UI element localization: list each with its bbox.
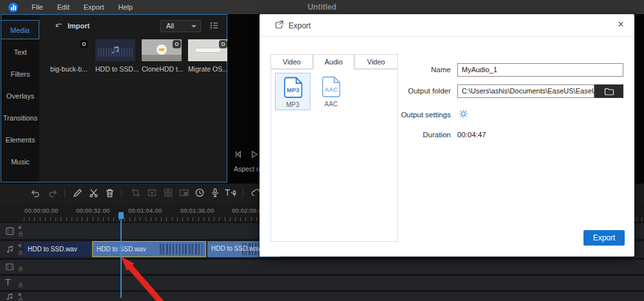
text-track-icon: T xyxy=(5,277,11,287)
audio-clip-selected[interactable]: HDD to SSD.wav xyxy=(92,241,206,257)
edit-pencil-icon[interactable] xyxy=(72,188,83,199)
lock-icon[interactable] xyxy=(18,266,23,271)
playhead-handle[interactable] xyxy=(118,212,124,219)
playhead-line[interactable] xyxy=(120,220,122,298)
media-filter-dropdown[interactable]: All xyxy=(160,20,201,32)
redo-icon[interactable] xyxy=(48,188,59,199)
menu-edit[interactable]: Edit xyxy=(50,0,77,14)
duration-label: Duration xyxy=(363,131,451,139)
aspect-ratio-label: Aspect ra xyxy=(234,165,260,173)
video-frame-progressbar xyxy=(194,48,222,53)
ruler-label: 00:00:00.00 xyxy=(24,207,58,214)
dialog-title: Export xyxy=(289,21,311,30)
track-video-2 xyxy=(0,260,644,274)
audio-clip[interactable]: HDD to SSD.wav xyxy=(24,242,92,257)
app-window: File Edit Export Help Untitled Media Tex… xyxy=(0,0,644,301)
sidebar-item-overlays[interactable]: Overlays xyxy=(1,86,39,106)
film-track-icon xyxy=(5,226,15,236)
text-to-speech-icon[interactable] xyxy=(224,188,237,199)
export-button[interactable]: Export xyxy=(583,230,625,246)
waveform-preview xyxy=(98,48,133,57)
format-label: AAC xyxy=(318,101,344,108)
media-item-hdd-to-ssd[interactable]: HDD to SSD... xyxy=(95,39,135,73)
sidebar-item-transitions[interactable]: Transitions xyxy=(1,108,39,128)
film-track-icon xyxy=(5,262,14,271)
media-thumbnail xyxy=(188,39,228,61)
duration-clock-icon[interactable] xyxy=(194,188,205,198)
sidebar-item-elements[interactable]: Elements xyxy=(1,130,39,150)
chevron-down-icon xyxy=(191,25,196,28)
used-in-project-icon xyxy=(219,40,227,48)
media-item-label: CloneHDD t... xyxy=(142,65,182,73)
media-item-label: big-buck-b... xyxy=(49,65,89,73)
sidebar-item-music[interactable]: Music xyxy=(1,152,39,171)
media-item-clonehdd[interactable]: CloneHDD t... xyxy=(142,39,182,73)
media-thumbnail xyxy=(142,39,182,61)
media-item-label: HDD to SSD... xyxy=(95,65,135,73)
mute-speaker-icon[interactable] xyxy=(18,243,23,248)
media-item-migrate-os[interactable]: Migrate OS... xyxy=(188,39,228,73)
media-item-big-buck[interactable]: big-buck-b... xyxy=(49,39,89,73)
ruler-label: 00:01:36.00 xyxy=(180,207,214,214)
output-folder-label: Output folder xyxy=(363,87,451,95)
menu-file[interactable]: File xyxy=(24,0,50,14)
app-logo-icon xyxy=(8,3,18,12)
play-button[interactable] xyxy=(249,150,259,159)
menu-help[interactable]: Help xyxy=(111,0,140,14)
browse-folder-button[interactable] xyxy=(594,84,623,98)
lock-icon[interactable] xyxy=(18,282,23,287)
music-track-icon xyxy=(5,293,14,301)
music-track-icon xyxy=(5,245,14,254)
freeze-frame-icon[interactable] xyxy=(147,188,157,198)
track-text: T xyxy=(0,276,644,290)
folder-icon xyxy=(604,87,614,96)
aac-file-icon: AAC xyxy=(322,76,341,98)
mosaic-icon[interactable] xyxy=(163,188,173,198)
mute-speaker-icon[interactable] xyxy=(18,225,23,230)
import-button[interactable]: Import xyxy=(55,21,90,30)
output-folder-input[interactable]: C:\Users\ashis\Documents\EaseUS\EaseUS V… xyxy=(457,84,594,98)
used-in-project-icon xyxy=(80,40,88,48)
media-item-label: Migrate OS... xyxy=(188,65,228,73)
track-music xyxy=(0,292,644,301)
video-frame-logo xyxy=(156,44,167,55)
sidebar-item-media[interactable]: Media xyxy=(1,20,39,39)
clip-waveform xyxy=(160,244,202,255)
delete-trash-icon[interactable] xyxy=(104,188,115,199)
dialog-header: Export × xyxy=(260,14,634,37)
export-icon xyxy=(274,20,284,30)
used-in-project-icon xyxy=(173,40,181,48)
format-option-mp3[interactable]: MP3 MP3 xyxy=(275,73,310,110)
menu-export[interactable]: Export xyxy=(77,0,111,14)
cut-scissors-icon[interactable] xyxy=(88,188,99,199)
lock-icon[interactable] xyxy=(18,250,23,255)
media-thumbnail xyxy=(49,39,89,61)
ruler-label: 00:00:32.00 xyxy=(76,207,109,214)
mp3-file-icon: MP3 xyxy=(284,77,303,99)
format-option-aac[interactable]: AAC AAC xyxy=(318,73,344,110)
tab-video[interactable]: Video xyxy=(270,54,313,69)
titlebar: File Edit Export Help Untitled xyxy=(0,0,644,14)
sidebar-item-filters[interactable]: Filters xyxy=(1,64,39,84)
lock-icon[interactable] xyxy=(18,231,23,237)
lock-icon[interactable] xyxy=(18,297,23,301)
crop-icon[interactable] xyxy=(131,188,141,198)
output-settings-gear-icon[interactable] xyxy=(459,109,468,119)
svg-text:MP3: MP3 xyxy=(287,86,299,93)
duration-value: 00:04:47 xyxy=(457,131,486,139)
sidebar-item-text[interactable]: Text xyxy=(1,43,39,62)
format-label: MP3 xyxy=(276,101,310,108)
mute-speaker-icon[interactable] xyxy=(18,292,23,297)
undo-icon[interactable] xyxy=(30,188,41,199)
ruler-label: 00:01:04.00 xyxy=(128,207,162,214)
output-settings-label: Output settings xyxy=(363,111,451,119)
name-input[interactable]: MyAudio_1 xyxy=(457,63,623,77)
previous-frame-button[interactable] xyxy=(233,150,243,159)
media-thumbnail xyxy=(95,39,135,61)
close-icon[interactable]: × xyxy=(615,19,627,30)
tab-audio[interactable]: Audio xyxy=(313,54,354,70)
picture-in-picture-icon[interactable] xyxy=(179,188,189,198)
microphone-icon[interactable] xyxy=(210,188,220,198)
name-label: Name xyxy=(363,66,451,73)
list-view-icon[interactable] xyxy=(209,21,219,30)
